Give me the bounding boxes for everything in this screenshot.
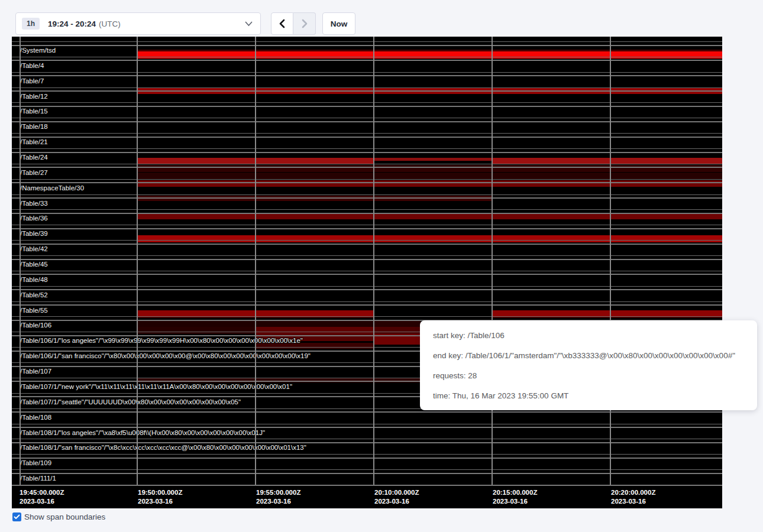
time-range-select[interactable]: 1h 19:24 - 20:24 (UTC) bbox=[15, 12, 261, 35]
key-visualizer-page: 1h 19:24 - 20:24 (UTC) Now /System/tsd/T… bbox=[0, 0, 763, 532]
span-boundary-line bbox=[12, 164, 722, 164]
span-boundary-line bbox=[12, 194, 722, 195]
heat-band bbox=[137, 51, 722, 59]
row-label: /Table/15 bbox=[20, 108, 48, 115]
row-label: /Table/4 bbox=[20, 62, 44, 69]
heat-band bbox=[373, 158, 492, 161]
span-boundary-line bbox=[12, 304, 722, 306]
tooltip-requests: requests: 28 bbox=[433, 366, 744, 386]
span-boundary-line bbox=[12, 316, 722, 317]
time-gridline bbox=[137, 37, 138, 485]
row-label: /Table/39 bbox=[20, 230, 48, 237]
row-label: /Table/107/1/"new york"/"\x11\x11\x11\x1… bbox=[20, 383, 292, 390]
span-boundary-line bbox=[12, 148, 722, 149]
span-boundary-line bbox=[12, 72, 722, 73]
row-label: /Table/52 bbox=[20, 291, 48, 299]
row-label: /Table/27 bbox=[20, 169, 48, 176]
time-gridline bbox=[255, 37, 256, 485]
row-label: /Table/108/1/"los angeles"/"\xa8\xf5\u00… bbox=[20, 429, 265, 436]
span-boundary-line bbox=[12, 152, 722, 153]
x-axis-tick: 20:20:00.000Z2023-03-16 bbox=[611, 488, 655, 506]
checkmark-icon bbox=[14, 514, 20, 520]
span-boundary-line bbox=[12, 182, 722, 183]
time-gridline bbox=[20, 37, 21, 485]
tooltip-time: time: Thu, 16 Mar 2023 19:55:00 GMT bbox=[433, 386, 744, 406]
span-boundary-line bbox=[12, 240, 722, 241]
span-boundary-line bbox=[12, 427, 722, 428]
span-boundary-line bbox=[12, 454, 722, 455]
row-label: /Table/108 bbox=[20, 414, 51, 421]
row-label: /Table/108/1/"san francisco"/"\x8c\xcc\x… bbox=[20, 444, 306, 451]
x-axis-tick: 20:15:00.000Z2023-03-16 bbox=[493, 488, 537, 506]
tooltip-end-key: end key: /Table/106/1/"amsterdam"/"\xb33… bbox=[433, 346, 744, 366]
span-boundary-line bbox=[12, 121, 722, 122]
heat-band bbox=[137, 173, 722, 179]
span-boundary-line bbox=[12, 197, 722, 199]
heat-band bbox=[137, 165, 722, 172]
span-boundary-line bbox=[12, 228, 722, 229]
chevron-down-icon bbox=[245, 21, 253, 27]
span-boundary-line bbox=[12, 469, 722, 470]
x-axis-tick: 19:55:00.000Z2023-03-16 bbox=[256, 488, 300, 506]
span-boundary-line bbox=[12, 118, 722, 118]
now-button[interactable]: Now bbox=[322, 12, 355, 35]
row-label: /Table/45 bbox=[20, 261, 48, 268]
next-button[interactable] bbox=[293, 12, 316, 35]
span-boundary-line bbox=[12, 41, 722, 42]
tooltip-start-key: start key: /Table/106 bbox=[433, 326, 744, 346]
span-boundary-line bbox=[12, 411, 722, 413]
span-boundary-line bbox=[12, 102, 722, 103]
span-boundary-line bbox=[12, 225, 722, 225]
prev-button[interactable] bbox=[271, 12, 293, 35]
utc-label: (UTC) bbox=[99, 20, 121, 28]
row-label: /Table/106/1/"los angeles"/"\x99\x99\x99… bbox=[20, 337, 303, 344]
show-span-boundaries-label: Show span boundaries bbox=[24, 512, 105, 521]
time-gridline bbox=[373, 37, 374, 485]
span-boundary-line bbox=[12, 286, 722, 287]
row-label: /Table/106/1/"san francisco"/"\x80\x00\x… bbox=[20, 352, 311, 359]
show-span-boundaries-checkbox[interactable] bbox=[12, 512, 21, 521]
x-axis-tick: 19:50:00.000Z2023-03-16 bbox=[138, 488, 182, 506]
x-axis-tick: 20:10:00.000Z2023-03-16 bbox=[374, 488, 419, 506]
span-boundary-line bbox=[12, 90, 722, 92]
heat-band bbox=[255, 327, 373, 334]
row-label: /Table/109 bbox=[20, 459, 51, 466]
chevron-right-icon bbox=[300, 19, 309, 28]
row-label: /Table/107 bbox=[20, 368, 51, 375]
row-label: /Table/12 bbox=[20, 93, 48, 100]
span-boundary-line bbox=[12, 274, 722, 275]
row-label: /Table/42 bbox=[20, 245, 48, 252]
span-boundary-line bbox=[12, 442, 722, 443]
time-gridline bbox=[492, 37, 493, 485]
span-boundary-line bbox=[12, 57, 722, 57]
heatmap-canvas[interactable]: /System/tsd/Table/4/Table/7/Table/12/Tab… bbox=[12, 37, 722, 508]
span-boundary-line bbox=[12, 209, 722, 210]
duration-badge: 1h bbox=[22, 18, 40, 30]
time-gridline bbox=[610, 37, 611, 485]
span-boundary-line bbox=[12, 473, 722, 474]
row-label: /Table/33 bbox=[20, 200, 48, 207]
span-boundary-line bbox=[12, 439, 722, 439]
span-boundary-line bbox=[12, 271, 722, 271]
row-label: /Table/18 bbox=[20, 123, 48, 130]
row-label: /Table/55 bbox=[20, 307, 48, 314]
span-boundary-line bbox=[12, 167, 722, 168]
row-label: /NamespaceTable/30 bbox=[20, 184, 84, 192]
span-boundary-line bbox=[12, 106, 722, 107]
span-boundary-line bbox=[12, 255, 722, 256]
row-label: /Table/111/1 bbox=[20, 475, 56, 482]
row-label: /Table/48 bbox=[20, 276, 48, 283]
row-label: /Table/107/1/"seattle"/"UUUUUUD\x00\x80\… bbox=[20, 398, 241, 406]
span-boundary-line bbox=[12, 458, 722, 459]
span-boundary-line bbox=[12, 424, 722, 424]
row-label: /Table/24 bbox=[20, 154, 48, 161]
tooltip: start key: /Table/106 end key: /Table/10… bbox=[420, 320, 757, 410]
span-boundary-line bbox=[12, 87, 722, 88]
chevron-left-icon bbox=[278, 19, 286, 28]
heat-band bbox=[137, 235, 722, 242]
span-boundary-line bbox=[12, 133, 722, 134]
heat-band bbox=[137, 180, 722, 187]
row-label: /Table/36 bbox=[20, 215, 48, 222]
heat-band bbox=[373, 327, 421, 334]
x-axis-tick: 19:45:00.000Z2023-03-16 bbox=[20, 488, 64, 506]
